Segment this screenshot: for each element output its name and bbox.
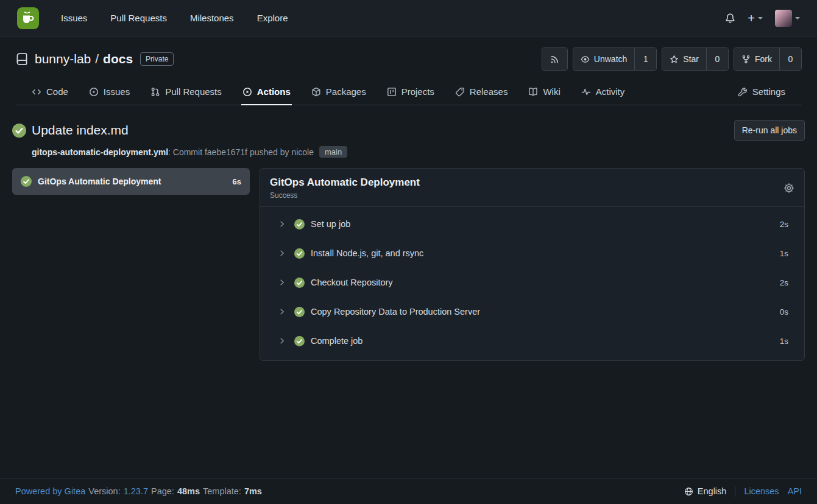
tab-label: Packages bbox=[326, 86, 366, 97]
star-group: Star 0 bbox=[662, 47, 729, 71]
repo-icon bbox=[15, 52, 29, 66]
nav-links: Issues Pull Requests Milestones Explore bbox=[61, 13, 288, 23]
chevron-right-icon bbox=[278, 308, 286, 315]
step-row[interactable]: Checkout Repository 2s bbox=[260, 268, 804, 297]
repo-tabs: Code Issues Pull Requests Actions Packag… bbox=[15, 79, 802, 105]
create-new-menu[interactable]: + bbox=[748, 12, 763, 24]
tab-wiki[interactable]: Wiki bbox=[527, 79, 561, 105]
tab-settings[interactable]: Settings bbox=[737, 79, 787, 105]
template-time-value: 7ms bbox=[244, 486, 262, 496]
star-icon bbox=[670, 55, 679, 64]
wrench-icon bbox=[738, 87, 748, 97]
fork-group: Fork 0 bbox=[734, 47, 802, 71]
navbar-right: + bbox=[725, 10, 800, 27]
forks-count[interactable]: 0 bbox=[779, 48, 801, 70]
tab-actions[interactable]: Actions bbox=[241, 79, 292, 105]
commit-hash[interactable]: faebe1671f bbox=[205, 147, 247, 157]
footer-divider bbox=[735, 486, 735, 497]
caret-down-icon bbox=[758, 17, 763, 22]
page-time-value: 48ms bbox=[177, 486, 200, 496]
tab-packages[interactable]: Packages bbox=[310, 79, 367, 105]
check-circle-icon bbox=[294, 307, 305, 317]
star-label: Star bbox=[683, 54, 699, 64]
version-label: Version: bbox=[88, 486, 120, 496]
check-circle-icon bbox=[294, 219, 305, 229]
check-circle-icon bbox=[294, 278, 305, 288]
footer: Powered by Gitea Version: 1.23.7 Page: 4… bbox=[0, 478, 817, 504]
star-button[interactable]: Star bbox=[662, 48, 706, 70]
tab-label: Issues bbox=[104, 86, 130, 97]
rss-icon bbox=[550, 55, 559, 64]
rss-button[interactable] bbox=[542, 48, 567, 70]
step-row[interactable]: Copy Repository Data to Production Serve… bbox=[260, 297, 804, 326]
nav-item-issues[interactable]: Issues bbox=[61, 13, 87, 23]
nav-item-explore[interactable]: Explore bbox=[257, 13, 288, 23]
step-row[interactable]: Set up job 2s bbox=[260, 209, 804, 239]
version-link[interactable]: 1.23.7 bbox=[124, 486, 148, 496]
author-name[interactable]: nicole bbox=[291, 147, 314, 157]
step-duration: 2s bbox=[780, 278, 788, 287]
step-row[interactable]: Complete job 1s bbox=[260, 326, 804, 355]
job-detail-panel: GitOps Automatic Deployment Success Set … bbox=[260, 168, 805, 361]
stars-count[interactable]: 0 bbox=[706, 48, 728, 70]
watchers-count[interactable]: 1 bbox=[634, 48, 656, 70]
nav-item-milestones[interactable]: Milestones bbox=[190, 13, 234, 23]
rerun-all-jobs-button[interactable]: Re-run all jobs bbox=[734, 120, 805, 141]
caret-down-icon bbox=[795, 17, 800, 22]
step-row[interactable]: Install Node.js, git, and rsync 1s bbox=[260, 239, 804, 268]
job-list: GitOps Automatic Deployment 6s bbox=[12, 168, 250, 195]
gitea-logo[interactable] bbox=[17, 7, 39, 29]
tab-label: Activity bbox=[596, 86, 625, 97]
chevron-right-icon bbox=[278, 279, 286, 286]
plus-icon: + bbox=[748, 12, 755, 24]
step-duration: 2s bbox=[780, 220, 788, 229]
commit-prefix: : Commit bbox=[168, 147, 205, 157]
gear-icon[interactable] bbox=[783, 183, 794, 194]
project-icon bbox=[387, 87, 397, 97]
fork-label: Fork bbox=[755, 54, 772, 64]
job-duration: 6s bbox=[233, 177, 241, 186]
tab-label: Pull Requests bbox=[165, 86, 222, 97]
package-icon bbox=[311, 87, 321, 97]
powered-by-link[interactable]: Powered by Gitea bbox=[15, 486, 85, 496]
breadcrumb-separator: / bbox=[95, 52, 99, 66]
job-name: GitOps Automatic Deployment bbox=[38, 177, 161, 186]
api-link[interactable]: API bbox=[788, 486, 802, 496]
gitea-actions-page: Issues Pull Requests Milestones Explore … bbox=[0, 0, 817, 504]
top-navbar: Issues Pull Requests Milestones Explore … bbox=[0, 0, 817, 37]
nav-item-pull-requests[interactable]: Pull Requests bbox=[110, 13, 167, 23]
tab-releases[interactable]: Releases bbox=[454, 79, 509, 105]
run-content: GitOps Automatic Deployment 6s GitOps Au… bbox=[12, 168, 805, 361]
step-duration: 1s bbox=[780, 337, 788, 346]
play-circle-icon bbox=[242, 87, 252, 97]
pulse-icon bbox=[581, 87, 591, 97]
tab-projects[interactable]: Projects bbox=[386, 79, 436, 105]
fork-icon bbox=[741, 55, 751, 64]
repo-owner-link[interactable]: bunny-lab bbox=[35, 52, 91, 66]
breadcrumb: bunny-lab/docs bbox=[35, 52, 133, 66]
job-status-text: Success bbox=[270, 191, 420, 200]
branch-badge[interactable]: main bbox=[319, 146, 347, 158]
unwatch-button[interactable]: Unwatch bbox=[573, 48, 634, 70]
job-item-selected[interactable]: GitOps Automatic Deployment 6s bbox=[12, 168, 250, 195]
tab-issues[interactable]: Issues bbox=[88, 79, 131, 105]
tab-code[interactable]: Code bbox=[30, 79, 69, 105]
language-selector[interactable]: English bbox=[684, 486, 727, 496]
repo-actions: Unwatch 1 Star 0 bbox=[542, 47, 802, 71]
tab-activity[interactable]: Activity bbox=[580, 79, 626, 105]
watch-group: Unwatch 1 bbox=[573, 47, 657, 71]
chevron-right-icon bbox=[278, 337, 286, 345]
fork-button[interactable]: Fork bbox=[734, 48, 779, 70]
tab-label: Releases bbox=[470, 86, 508, 97]
repo-name-link[interactable]: docs bbox=[103, 52, 133, 66]
tab-label: Actions bbox=[257, 86, 291, 97]
step-name: Checkout Repository bbox=[311, 278, 393, 287]
bell-icon[interactable] bbox=[725, 13, 735, 23]
tab-label: Wiki bbox=[543, 86, 560, 97]
workflow-file-link[interactable]: gitops-automatic-deployment.yml bbox=[32, 147, 168, 157]
check-circle-icon bbox=[294, 336, 305, 346]
user-menu[interactable] bbox=[775, 10, 800, 27]
licenses-link[interactable]: Licenses bbox=[744, 486, 779, 496]
tab-pull-requests[interactable]: Pull Requests bbox=[149, 79, 223, 105]
chevron-right-icon bbox=[278, 250, 286, 257]
